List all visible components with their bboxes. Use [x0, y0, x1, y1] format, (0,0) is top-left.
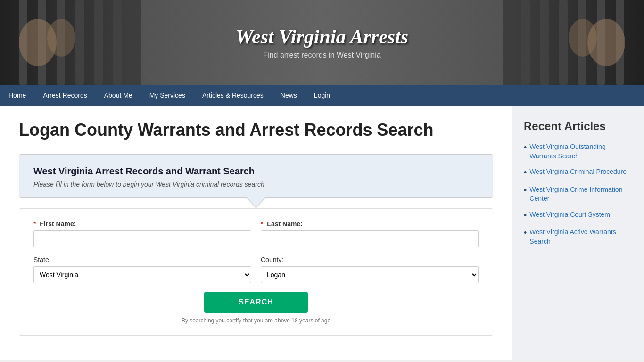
svg-point-8 — [47, 19, 75, 57]
form-intro-box: West Virginia Arrest Records and Warrant… — [19, 154, 493, 198]
last-name-field: * Last Name: — [261, 220, 479, 247]
first-name-label-text: First Name: — [40, 220, 76, 228]
name-row: * First Name: * Last Name: — [33, 220, 479, 247]
header-bars-left-icon — [0, 0, 141, 85]
site-subtitle: Find arrest records in West Virginia — [236, 51, 408, 59]
first-name-input[interactable] — [33, 230, 251, 247]
form-box-subtitle: Please fill in the form below to begin y… — [33, 181, 479, 188]
svg-rect-4 — [75, 0, 84, 85]
sidebar-articles-list: West Virginia Outstanding Warrants Searc… — [524, 142, 633, 246]
form-box-title: West Virginia Arrest Records and Warrant… — [33, 166, 479, 177]
sidebar-article-link-5[interactable]: West Virginia Active Warrants Search — [529, 228, 633, 246]
svg-rect-12 — [559, 0, 568, 85]
sidebar-article-link-1[interactable]: West Virginia Outstanding Warrants Searc… — [529, 142, 633, 161]
first-name-label: * First Name: — [33, 220, 251, 228]
nav-item-articles-resources[interactable]: Articles & Resources — [194, 85, 272, 106]
list-item: West Virginia Crime Information Center — [524, 185, 633, 204]
form-pointer-icon — [247, 198, 265, 208]
list-item: West Virginia Court System — [524, 210, 633, 221]
first-name-required-marker: * — [33, 220, 36, 228]
last-name-label: * Last Name: — [261, 220, 479, 228]
nav-item-arrest-records[interactable]: Arrest Records — [34, 85, 95, 106]
form-note: By searching you certify that you are ab… — [33, 317, 479, 324]
nav-item-about-me[interactable]: About Me — [96, 85, 141, 106]
sidebar: Recent Articles West Virginia Outstandin… — [512, 106, 644, 360]
main-nav: Home Arrest Records About Me My Services… — [0, 85, 644, 106]
nav-item-login[interactable]: Login — [305, 85, 339, 106]
nav-item-news[interactable]: News — [272, 85, 305, 106]
svg-point-17 — [569, 19, 597, 57]
main-content: Logan County Warrants and Arrest Records… — [0, 106, 512, 360]
header-content: West Virginia Arrests Find arrest record… — [236, 25, 408, 59]
state-select[interactable]: West Virginia — [33, 266, 251, 283]
list-item: West Virginia Active Warrants Search — [524, 228, 633, 246]
main-wrapper: Logan County Warrants and Arrest Records… — [0, 106, 644, 360]
last-name-label-text: Last Name: — [267, 220, 302, 228]
site-header: West Virginia Arrests Find arrest record… — [0, 0, 644, 85]
county-field: County: Logan — [261, 256, 479, 283]
location-row: State: West Virginia County: Logan — [33, 256, 479, 283]
nav-item-my-services[interactable]: My Services — [141, 85, 194, 106]
list-item: West Virginia Criminal Procedure — [524, 167, 633, 178]
county-select[interactable]: Logan — [261, 266, 479, 283]
state-label: State: — [33, 256, 251, 263]
sidebar-article-link-4[interactable]: West Virginia Court System — [529, 210, 610, 220]
svg-rect-6 — [113, 0, 122, 85]
first-name-field: * First Name: — [33, 220, 251, 247]
last-name-input[interactable] — [261, 230, 479, 247]
sidebar-title: Recent Articles — [524, 120, 633, 133]
svg-rect-5 — [94, 0, 103, 85]
search-form: * First Name: * Last Name: State: — [19, 208, 493, 336]
svg-rect-11 — [540, 0, 549, 85]
county-label: County: — [261, 256, 479, 263]
header-bars-right-icon — [503, 0, 644, 85]
page-title: Logan County Warrants and Arrest Records… — [19, 120, 493, 140]
sidebar-article-link-3[interactable]: West Virginia Crime Information Center — [529, 185, 633, 204]
search-button[interactable]: SEARCH — [204, 292, 308, 313]
site-title: West Virginia Arrests — [236, 25, 408, 48]
state-field: State: West Virginia — [33, 256, 251, 283]
nav-item-home[interactable]: Home — [0, 85, 34, 106]
last-name-required-marker: * — [261, 220, 263, 228]
sidebar-article-link-2[interactable]: West Virginia Criminal Procedure — [529, 167, 627, 177]
list-item: West Virginia Outstanding Warrants Searc… — [524, 142, 633, 161]
svg-rect-10 — [521, 0, 530, 85]
